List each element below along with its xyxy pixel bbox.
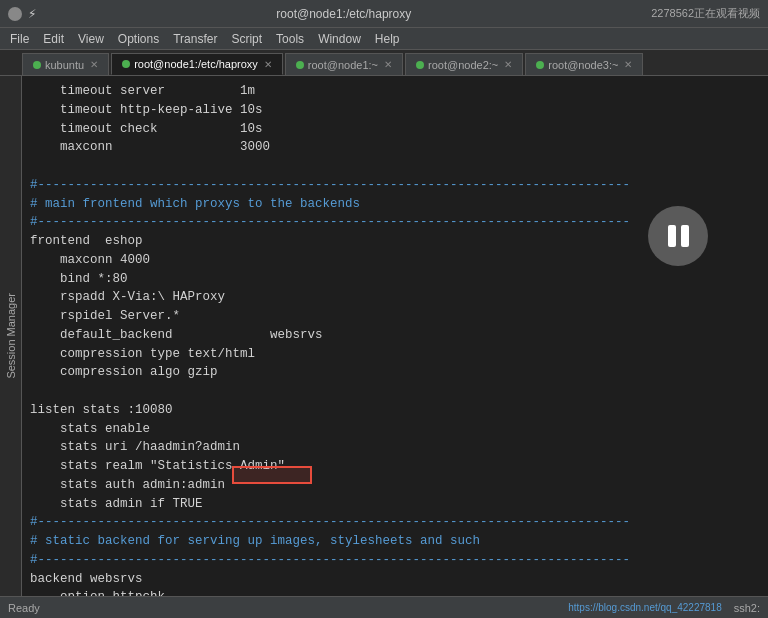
window-title: root@node1:/etc/haproxy — [36, 7, 651, 21]
window-controls: ⚡ — [8, 5, 36, 22]
menu-window[interactable]: Window — [312, 30, 367, 48]
terminal-line: timeout server 1m — [30, 82, 760, 101]
tab-status-dot — [33, 61, 41, 69]
tab-node1-home[interactable]: root@node1:~ ✕ — [285, 53, 403, 75]
tab-status-dot — [536, 61, 544, 69]
tab-status-dot — [296, 61, 304, 69]
terminal-line: rspadd X-Via:\ HAProxy — [30, 288, 760, 307]
menu-transfer[interactable]: Transfer — [167, 30, 223, 48]
status-right: https://blog.csdn.net/qq_42227818 ssh2: — [568, 602, 760, 614]
pause-bar-left — [668, 225, 676, 247]
terminal-line-comment: # main frontend which proxys to the back… — [30, 195, 760, 214]
terminal-line: stats realm "Statistics Admin" — [30, 457, 760, 476]
main-content: Session Manager timeout server 1m timeou… — [0, 76, 768, 596]
tab-status-dot — [122, 60, 130, 68]
pause-icon — [668, 225, 689, 247]
tab-node3-home[interactable]: root@node3:~ ✕ — [525, 53, 643, 75]
terminal-line: compression algo gzip — [30, 363, 760, 382]
tab-close-icon[interactable]: ✕ — [504, 59, 512, 70]
tab-label: root@node1:~ — [308, 59, 378, 71]
terminal-line: compression type text/html — [30, 345, 760, 364]
terminal-line: maxconn 4000 — [30, 251, 760, 270]
menu-help[interactable]: Help — [369, 30, 406, 48]
title-bar: ⚡ root@node1:/etc/haproxy 2278562正在观看视频 — [0, 0, 768, 28]
terminal-line: bind *:80 — [30, 270, 760, 289]
terminal-line: stats admin if TRUE — [30, 495, 760, 514]
sidebar-label: Session Manager — [5, 293, 17, 379]
terminal-line: default_backend websrvs — [30, 326, 760, 345]
tab-close-icon[interactable]: ✕ — [264, 59, 272, 70]
status-link: https://blog.csdn.net/qq_42227818 — [568, 602, 721, 613]
status-ready: Ready — [8, 602, 40, 614]
terminal-line — [30, 157, 760, 176]
terminal-line-comment: #---------------------------------------… — [30, 176, 760, 195]
menu-options[interactable]: Options — [112, 30, 165, 48]
session-manager-sidebar[interactable]: Session Manager — [0, 76, 22, 596]
status-ssh: ssh2: — [734, 602, 760, 614]
tab-node2-home[interactable]: root@node2:~ ✕ — [405, 53, 523, 75]
menu-bar: File Edit View Options Transfer Script T… — [0, 28, 768, 50]
pause-button[interactable] — [648, 206, 708, 266]
tab-close-icon[interactable]: ✕ — [384, 59, 392, 70]
app-icon — [8, 7, 22, 21]
status-bar: Ready https://blog.csdn.net/qq_42227818 … — [0, 596, 768, 618]
tab-label: root@node2:~ — [428, 59, 498, 71]
tab-label: root@node1:/etc/haproxy — [134, 58, 258, 70]
terminal-line: stats uri /haadmin?admin — [30, 438, 760, 457]
terminal-line: timeout http-keep-alive 10s — [30, 101, 760, 120]
terminal-line-comment: # static backend for serving up images, … — [30, 532, 760, 551]
terminal-line: maxconn 3000 — [30, 138, 760, 157]
menu-view[interactable]: View — [72, 30, 110, 48]
terminal-line — [30, 382, 760, 401]
tab-close-icon[interactable]: ✕ — [624, 59, 632, 70]
menu-file[interactable]: File — [4, 30, 35, 48]
tab-status-dot — [416, 61, 424, 69]
terminal-line: option httpchk — [30, 588, 760, 596]
terminal-line-comment: #---------------------------------------… — [30, 551, 760, 570]
notice-text: 2278562正在观看视频 — [651, 6, 760, 21]
menu-tools[interactable]: Tools — [270, 30, 310, 48]
terminal-line: stats auth admin:admin — [30, 476, 760, 495]
tab-kubuntu[interactable]: kubuntu ✕ — [22, 53, 109, 75]
terminal-line: rspidel Server.* — [30, 307, 760, 326]
tab-close-icon[interactable]: ✕ — [90, 59, 98, 70]
terminal-line: backend websrvs — [30, 570, 760, 589]
terminal-line: stats enable — [30, 420, 760, 439]
menu-script[interactable]: Script — [225, 30, 268, 48]
tab-haproxy[interactable]: root@node1:/etc/haproxy ✕ — [111, 53, 283, 75]
terminal-line: timeout check 10s — [30, 120, 760, 139]
lightning-icon: ⚡ — [28, 5, 36, 22]
terminal-line-comment: #---------------------------------------… — [30, 513, 760, 532]
terminal-line: listen stats :10080 — [30, 401, 760, 420]
tab-label: root@node3:~ — [548, 59, 618, 71]
terminal-area[interactable]: timeout server 1m timeout http-keep-aliv… — [22, 76, 768, 596]
tab-label: kubuntu — [45, 59, 84, 71]
tabs-bar: kubuntu ✕ root@node1:/etc/haproxy ✕ root… — [0, 50, 768, 76]
pause-bar-right — [681, 225, 689, 247]
menu-edit[interactable]: Edit — [37, 30, 70, 48]
